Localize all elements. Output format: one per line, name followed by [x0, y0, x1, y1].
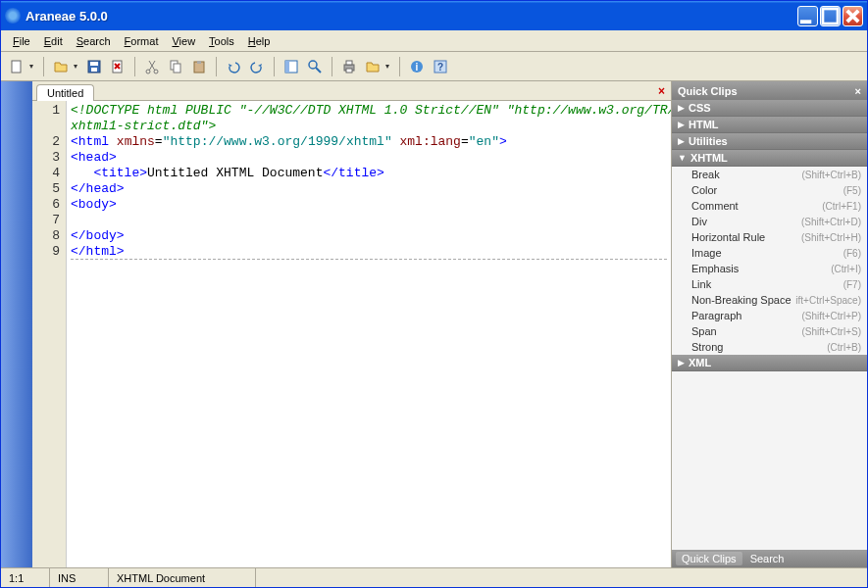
svg-rect-1 — [823, 8, 838, 23]
info-button[interactable]: i — [406, 56, 428, 77]
panel-close-icon[interactable]: × — [855, 85, 861, 97]
minimize-button[interactable] — [797, 6, 818, 26]
tab-close-icon[interactable]: × — [658, 84, 665, 98]
line-numbers: 123456789 — [32, 101, 67, 567]
svg-rect-12 — [197, 61, 201, 64]
quick-clips-panel: Quick Clips × ▶CSS▶HTML▶Utilities▼XHTMLB… — [671, 81, 867, 567]
undo-button[interactable] — [223, 56, 244, 77]
copy-button[interactable] — [165, 56, 186, 77]
svg-rect-2 — [12, 61, 21, 73]
menu-search[interactable]: Search — [70, 33, 118, 49]
clip-horizontal-rule[interactable]: Horizontal Rule(Shift+Ctrl+H) — [672, 229, 867, 245]
tab-untitled[interactable]: Untitled — [36, 84, 94, 101]
code-content[interactable]: <!DOCTYPE html PUBLIC "-//W3C//DTD XHTML… — [67, 101, 671, 567]
clip-emphasis[interactable]: Emphasis(Ctrl+I) — [672, 261, 867, 276]
window-title: Araneae 5.0.0 — [26, 9, 797, 24]
maximize-button[interactable] — [820, 6, 841, 26]
sidebar-toggle-button[interactable] — [281, 56, 302, 77]
status-position: 1:1 — [1, 568, 50, 587]
clip-break[interactable]: Break(Shift+Ctrl+B) — [672, 167, 867, 182]
clip-div[interactable]: Div(Shift+Ctrl+D) — [672, 214, 867, 229]
svg-rect-17 — [346, 61, 352, 65]
print-button[interactable] — [338, 56, 360, 77]
menu-format[interactable]: Format — [118, 33, 166, 49]
save-button[interactable] — [83, 56, 105, 77]
preview-dropdown-icon[interactable]: ▾ — [385, 62, 393, 71]
redo-button[interactable] — [246, 56, 268, 77]
svg-rect-5 — [91, 68, 97, 72]
clip-paragraph[interactable]: Paragraph(Shift+Ctrl+P) — [672, 308, 867, 323]
paste-button[interactable] — [188, 56, 210, 77]
new-dropdown-icon[interactable]: ▾ — [29, 62, 37, 71]
panel-header: Quick Clips × — [672, 81, 867, 100]
panel-category-html[interactable]: ▶HTML — [672, 117, 867, 133]
panel-tabs: Quick ClipsSearch — [672, 550, 867, 567]
panel-title: Quick Clips — [678, 85, 738, 97]
titlebar: Araneae 5.0.0 — [1, 1, 867, 30]
svg-point-15 — [309, 61, 317, 69]
editor[interactable]: 123456789 <!DOCTYPE html PUBLIC "-//W3C/… — [32, 101, 671, 567]
svg-text:i: i — [416, 62, 419, 73]
open-file-button[interactable] — [50, 56, 72, 77]
preview-button[interactable] — [362, 56, 383, 77]
menu-view[interactable]: View — [165, 33, 202, 49]
editor-tabs: Untitled × — [32, 81, 671, 101]
clip-color[interactable]: Color(F5) — [672, 182, 867, 198]
panel-tab-quick-clips[interactable]: Quick Clips — [676, 552, 742, 565]
left-sidebar — [1, 81, 32, 567]
svg-rect-14 — [285, 61, 289, 73]
clip-non-breaking-space[interactable]: Non-Breaking Spaceift+Ctrl+Space) — [672, 292, 867, 308]
menu-edit[interactable]: Edit — [37, 33, 70, 49]
help-button[interactable]: ? — [430, 56, 451, 77]
clip-strong[interactable]: Strong(Ctrl+B) — [672, 339, 867, 355]
toolbar: ▾ ▾ ▾ i ? — [1, 52, 867, 81]
statusbar: 1:1 INS XHTML Document — [1, 567, 867, 587]
panel-category-utilities[interactable]: ▶Utilities — [672, 133, 867, 150]
tab-label: Untitled — [47, 87, 83, 99]
status-mode: INS — [50, 568, 109, 587]
panel-tab-search[interactable]: Search — [744, 552, 791, 565]
new-file-button[interactable] — [6, 56, 27, 77]
close-file-button[interactable] — [107, 56, 128, 77]
status-spacer — [256, 568, 867, 587]
svg-rect-10 — [174, 64, 180, 73]
panel-category-xml[interactable]: ▶XML — [672, 355, 867, 371]
status-doctype: XHTML Document — [109, 568, 256, 587]
menu-file[interactable]: File — [6, 33, 37, 49]
svg-rect-18 — [346, 69, 352, 73]
menu-help[interactable]: Help — [241, 33, 278, 49]
svg-point-8 — [154, 70, 158, 74]
find-button[interactable] — [304, 56, 326, 77]
open-dropdown-icon[interactable]: ▾ — [74, 62, 81, 71]
svg-rect-4 — [90, 62, 98, 66]
clip-image[interactable]: Image(F6) — [672, 245, 867, 261]
panel-category-css[interactable]: ▶CSS — [672, 100, 867, 117]
app-icon — [5, 8, 21, 24]
clip-comment[interactable]: Comment(Ctrl+F1) — [672, 198, 867, 214]
panel-category-xhtml[interactable]: ▼XHTML — [672, 150, 867, 167]
menubar: FileEditSearchFormatViewToolsHelp — [1, 30, 867, 52]
clip-span[interactable]: Span(Shift+Ctrl+S) — [672, 323, 867, 339]
close-button[interactable] — [842, 6, 863, 26]
clip-link[interactable]: Link(F7) — [672, 276, 867, 292]
svg-rect-0 — [800, 20, 811, 24]
svg-point-7 — [146, 70, 150, 74]
svg-text:?: ? — [437, 62, 443, 73]
cut-button[interactable] — [141, 56, 163, 77]
menu-tools[interactable]: Tools — [202, 33, 241, 49]
